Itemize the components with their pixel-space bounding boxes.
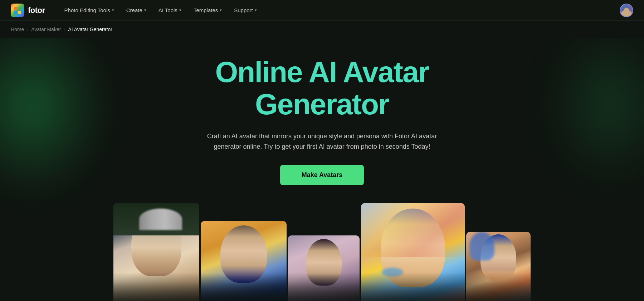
gallery-image-3 xyxy=(288,235,360,301)
svg-rect-0 xyxy=(14,7,17,10)
chevron-down-icon: ▾ xyxy=(112,8,114,13)
nav-items: Photo Editing Tools ▾ Create ▾ AI Tools … xyxy=(59,4,620,16)
svg-rect-1 xyxy=(18,7,21,10)
hero-subtitle: Craft an AI avatar that mirrors your uni… xyxy=(206,131,438,152)
logo-icon xyxy=(11,4,24,17)
img-fade xyxy=(466,282,531,301)
nav-item-ai-tools[interactable]: AI Tools ▾ xyxy=(153,4,186,16)
user-avatar[interactable] xyxy=(620,4,633,17)
img-fade xyxy=(361,282,465,301)
breadcrumb-home[interactable]: Home xyxy=(11,27,24,32)
breadcrumb-separator: › xyxy=(27,27,28,32)
img-fade xyxy=(201,282,287,301)
chevron-down-icon: ▾ xyxy=(220,8,222,13)
nav-item-support[interactable]: Support ▾ xyxy=(229,4,262,16)
nav-item-create[interactable]: Create ▾ xyxy=(121,4,151,16)
breadcrumb-avatar-maker[interactable]: Avatar Maker xyxy=(31,27,61,32)
chevron-down-icon: ▾ xyxy=(179,8,181,13)
nav-right xyxy=(620,4,633,17)
breadcrumb-separator: › xyxy=(64,27,65,32)
img-fade xyxy=(288,282,360,301)
navbar: fotor Photo Editing Tools ▾ Create ▾ AI … xyxy=(0,0,644,21)
svg-rect-2 xyxy=(14,11,17,14)
make-avatars-button[interactable]: Make Avatars xyxy=(280,165,364,185)
hero-content: Online AI Avatar Generator Craft an AI a… xyxy=(179,38,465,203)
hero-title: Online AI Avatar Generator xyxy=(179,56,465,120)
gallery-image-1 xyxy=(113,203,199,301)
svg-rect-3 xyxy=(18,11,21,14)
gallery-image-2 xyxy=(201,221,287,301)
gallery-image-4 xyxy=(361,203,465,301)
img-fade xyxy=(113,282,199,301)
logo-text: fotor xyxy=(28,6,45,15)
chevron-down-icon: ▾ xyxy=(144,8,146,13)
avatar-gallery xyxy=(114,203,530,301)
chevron-down-icon: ▾ xyxy=(255,8,257,13)
nav-item-templates[interactable]: Templates ▾ xyxy=(189,4,227,16)
hero-section: Online AI Avatar Generator Craft an AI a… xyxy=(0,38,644,301)
avatar-image xyxy=(620,4,633,16)
breadcrumb: Home › Avatar Maker › AI Avatar Generato… xyxy=(0,21,644,38)
logo[interactable]: fotor xyxy=(11,4,45,17)
nav-item-photo-editing[interactable]: Photo Editing Tools ▾ xyxy=(59,4,119,16)
breadcrumb-current: AI Avatar Generator xyxy=(68,27,112,32)
decorative-blob-left xyxy=(0,38,107,196)
gallery-image-5 xyxy=(466,232,531,301)
decorative-blob-right xyxy=(547,38,644,185)
